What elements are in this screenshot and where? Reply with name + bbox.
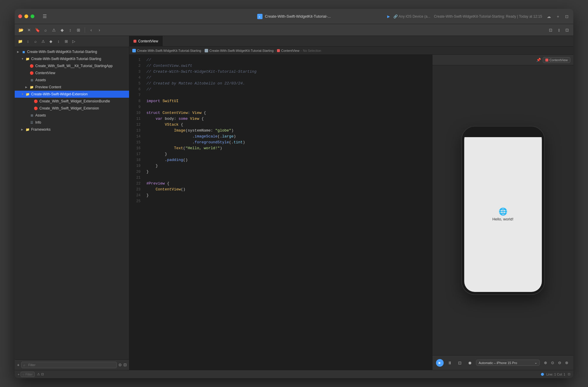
git-icon[interactable]: ↕	[67, 27, 74, 33]
tree-item-root[interactable]: ▶ ◼ Create-With-Swift-WidgetKit-Tutorial…	[15, 48, 129, 55]
breadcrumb-icon	[132, 49, 136, 52]
tab-contentview[interactable]: ContentView	[129, 36, 163, 46]
chevron-icon: ▼	[21, 93, 25, 96]
editor-tabs: ContentView	[129, 36, 573, 46]
tree-item-app[interactable]: 🔴 Create_With_Swift_Wi__Kit_Tutorial_Sta…	[15, 62, 129, 69]
tree-item-extension[interactable]: ▼ 📁 Create-With-Swift-Widget-Extension	[15, 91, 129, 98]
memory2-icon[interactable]: ⊞	[63, 38, 69, 45]
breadcrumb: Create-With-Swift-WidgetKit-Tutorial-Sta…	[129, 46, 573, 55]
breadcrumb-project[interactable]: Create-With-Swift-WidgetKit-Tutorial-Sta…	[137, 49, 201, 52]
preview-pin-button[interactable]: ContentView	[543, 57, 570, 63]
device-select-label: Automatic – iPhone 15 Pro	[479, 361, 517, 365]
main-content: 📁 ↕ ⌕ ⚠ ◆ ↕ ⊞ ▷ ▶ ◼ Create-With-Swift-Wi…	[15, 36, 573, 370]
search-icon[interactable]: ⌕	[42, 27, 49, 33]
warning-count-icon: ⚠	[37, 372, 40, 376]
columns-icon[interactable]: ⫿	[556, 27, 562, 33]
editor-body: 1 2 3 4 5 6 7 8 9 10 11 12 13 14	[129, 55, 573, 370]
tree-label: Assets	[35, 113, 46, 117]
breadcrumb-file[interactable]: ContentView	[281, 49, 299, 52]
toolbar-separator	[85, 27, 85, 33]
window-title: Create-With-Swift-WidgetKit-Tutorial-...	[265, 14, 331, 19]
tree-item-frameworks[interactable]: ▶ 📁 Frameworks	[15, 126, 129, 133]
close-tab-icon[interactable]: ✕	[26, 27, 32, 33]
breakpoint-icon[interactable]: ◆	[59, 27, 65, 33]
zoom-in-button[interactable]: ⊕	[542, 360, 549, 366]
device-select[interactable]: Automatic – iPhone 15 Pro ⌄	[476, 360, 540, 366]
add-file-button[interactable]: +	[17, 363, 19, 367]
breadcrumb-sep3: ›	[300, 49, 302, 52]
swift-file-icon	[133, 40, 136, 43]
nav-back-icon[interactable]: ‹	[88, 27, 94, 33]
main-window: ☰ X Create-With-Swift-WidgetKit-Tutorial…	[15, 9, 573, 378]
issues-icon[interactable]: ⚠	[40, 38, 46, 45]
nav-forward-icon[interactable]: ›	[96, 27, 103, 33]
layout-icon[interactable]: ⊡	[568, 372, 570, 376]
sort-icon[interactable]: ⊙	[118, 363, 122, 367]
breakpoints-icon[interactable]: ◆	[48, 38, 54, 45]
status-indicator	[541, 373, 544, 376]
folder-icon: 📁	[29, 85, 34, 89]
device-label: 🔗 Any iOS Device (a...	[393, 14, 430, 19]
cloud-icon[interactable]: ☁	[546, 14, 552, 19]
preview-file-icon	[545, 59, 548, 62]
options-icon[interactable]: ⊡	[123, 363, 127, 367]
sidebar-toggle-icon[interactable]: ☰	[43, 14, 47, 19]
code-editor[interactable]: 1 2 3 4 5 6 7 8 9 10 11 12 13 14	[129, 55, 432, 370]
filter-input[interactable]	[26, 362, 115, 368]
preview-panel: 📌 ContentView 🌐 Hello, world!	[432, 55, 573, 370]
breadcrumb-folder[interactable]: Create-With-Swift-WidgetKit-Tutorial-Sta…	[209, 49, 273, 52]
titlebar-right: ▶ 🔗 Any iOS Device (a... Create-With-Swi…	[387, 14, 570, 19]
iphone-screen: 🌐 Hello, world!	[464, 137, 542, 292]
filter-icon: ⌕	[23, 373, 24, 376]
assistant-icon[interactable]: ⊡	[564, 27, 570, 33]
tree-item-contentview[interactable]: 🔴 ContentView	[15, 69, 129, 77]
tree-item-assets[interactable]: ⊞ Assets	[15, 77, 129, 84]
hello-world-text: Hello, world!	[492, 217, 514, 221]
breadcrumb-file-icon	[277, 49, 280, 52]
git2-icon[interactable]: ↕	[55, 38, 62, 45]
maximize-button[interactable]	[31, 14, 34, 18]
tree-item-group1[interactable]: ▼ 📁 Create-With-Swift-WidgetKit-Tutorial…	[15, 55, 129, 62]
plus-button[interactable]: +	[556, 14, 560, 19]
traffic-lights	[18, 14, 34, 18]
add-item-button[interactable]: +	[18, 373, 19, 376]
zoom-reset-button[interactable]: ⊗	[563, 360, 570, 366]
preview-content: 🌐 Hello, world!	[432, 65, 573, 355]
tree-label: ContentView	[35, 71, 55, 75]
play-preview-button[interactable]: ▶	[436, 359, 444, 367]
tree-label: Create_With_Swift_Widget_ExtensionBundle	[39, 99, 110, 103]
status-filter[interactable]: ⌕ Filter	[21, 372, 34, 377]
zoom-out-button[interactable]: ⊖	[556, 360, 563, 366]
source-control-icon[interactable]: ↕	[25, 38, 31, 45]
code-text[interactable]: // // ContentView.swift // Create-With-S…	[142, 55, 432, 370]
search-icon[interactable]: ⌕	[32, 38, 39, 45]
tree-item-bundle[interactable]: 🔴 Create_With_Swift_Widget_ExtensionBund…	[15, 98, 129, 105]
file-icon[interactable]: 📂	[18, 27, 24, 33]
folder-icon[interactable]: 📁	[17, 38, 24, 45]
run-button[interactable]: ▶	[387, 14, 390, 19]
bookmark-icon[interactable]: 🔖	[34, 27, 41, 33]
grid-view-icon[interactable]: ⊡	[547, 27, 554, 33]
tree-label: Create_With_Swift_Widget_Extension	[39, 106, 99, 110]
minimize-button[interactable]	[24, 14, 28, 18]
zoom-fit-button[interactable]: ⊙	[549, 360, 556, 366]
build-status: Create-With-Swift-WidgetKit-Tutorial-Sta…	[434, 14, 542, 19]
record-button[interactable]: ⏺	[466, 359, 474, 367]
pause-preview-button[interactable]: ⏸	[446, 359, 454, 367]
tree-item-info[interactable]: ☰ Info	[15, 119, 129, 126]
sort-status-icon[interactable]: ⊡	[41, 372, 44, 376]
tree-label: Preview Content	[35, 85, 61, 89]
filter-box[interactable]: ⌕	[21, 362, 117, 368]
layout-button[interactable]: ⊡	[564, 14, 570, 19]
run2-icon[interactable]: ▷	[71, 38, 77, 45]
memory-icon[interactable]: ⊞	[75, 27, 82, 33]
tree-item-extension-file[interactable]: 🔴 Create_With_Swift_Widget_Extension	[15, 105, 129, 112]
breadcrumb-folder-icon	[205, 49, 208, 52]
svg-text:X: X	[259, 16, 260, 18]
close-button[interactable]	[18, 14, 22, 18]
swift-icon: 🔴	[29, 71, 34, 75]
tree-item-preview[interactable]: ▶ 📁 Preview Content	[15, 84, 129, 91]
warning-icon[interactable]: ⚠	[51, 27, 57, 33]
tree-item-assets2[interactable]: ⊞ Assets	[15, 112, 129, 119]
inspect-preview-button[interactable]: ⊡	[456, 359, 464, 367]
